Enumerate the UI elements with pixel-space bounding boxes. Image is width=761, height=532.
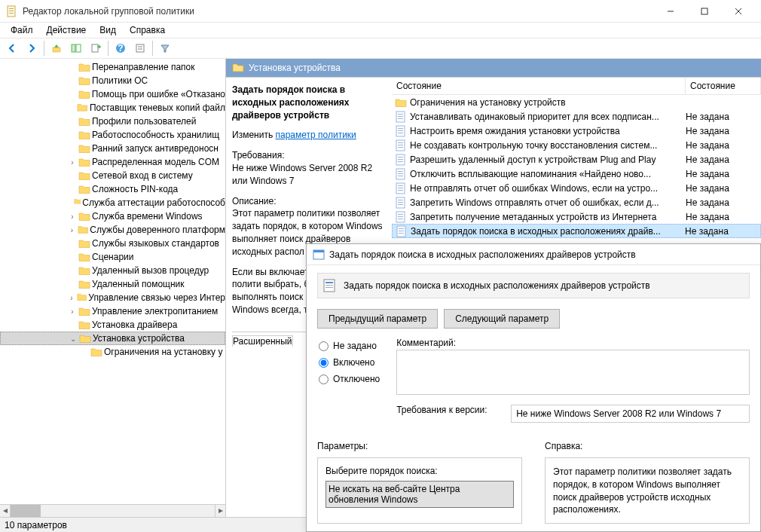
tree-item[interactable]: Ограничения на установку у xyxy=(0,345,225,359)
radio-enabled[interactable]: Включено xyxy=(319,357,380,368)
tree-item[interactable]: ›Управление связью через Интер xyxy=(0,291,225,304)
help-label: Справка: xyxy=(545,441,750,451)
help-button[interactable]: ? xyxy=(112,40,130,57)
next-setting-button[interactable]: Следующий параметр xyxy=(444,309,560,329)
tab-extended[interactable]: Расширенный xyxy=(232,335,293,347)
list-row[interactable]: Разрешить удаленный доступ к устройствам… xyxy=(392,152,761,167)
list-row[interactable]: Запретить Windows отправлять отчет об ош… xyxy=(392,195,761,209)
tree-item[interactable]: ›Службы доверенного платформ xyxy=(0,223,225,237)
tree-item[interactable]: Удаленный помощник xyxy=(0,277,225,291)
svg-rect-52 xyxy=(399,233,404,234)
list-row[interactable]: Настроить время ожидания установки устро… xyxy=(392,124,761,138)
policy-icon xyxy=(395,182,407,194)
tree-item[interactable]: Поставщик теневых копий файл xyxy=(0,101,225,115)
tree-item-label: Служба аттестации работоспособ xyxy=(82,197,225,208)
svg-rect-11 xyxy=(92,44,98,52)
expand-icon[interactable]: ⌄ xyxy=(67,335,79,343)
tree-item[interactable]: ›Распределенная модель COM xyxy=(0,155,225,169)
column-name[interactable]: Состояние xyxy=(392,78,686,94)
expand-icon[interactable]: › xyxy=(66,158,78,167)
forward-button[interactable] xyxy=(23,40,41,57)
folder-icon xyxy=(232,62,244,74)
tree-item[interactable]: Профили пользователей xyxy=(0,115,225,128)
policy-icon xyxy=(395,168,407,180)
search-order-select[interactable]: Не искать на веб-сайте Центра обновления… xyxy=(325,481,514,508)
properties-button[interactable] xyxy=(131,40,149,57)
svg-rect-40 xyxy=(398,190,403,191)
tree-item-label: Установка устройства xyxy=(93,333,185,344)
list-row[interactable]: Задать порядок поиска в исходных располо… xyxy=(392,224,761,238)
show-hide-tree-button[interactable] xyxy=(67,40,85,57)
list-row[interactable]: Отключить всплывающие напоминания «Найде… xyxy=(392,167,761,181)
tree-item-label: Ранний запуск антивредоносн xyxy=(92,143,219,154)
description-label: Описание: xyxy=(232,195,386,208)
tree-item[interactable]: Сложность PIN-кода xyxy=(0,182,225,196)
svg-rect-5 xyxy=(701,8,708,14)
minimize-button[interactable] xyxy=(653,0,687,23)
list-row-label: Ограничения на установку устройств xyxy=(410,97,686,108)
menu-action[interactable]: Действие xyxy=(41,23,93,37)
tree-item-label: Службы доверенного платформ xyxy=(90,225,225,235)
tree-item[interactable]: Удаленный вызов процедур xyxy=(0,264,225,277)
filter-button[interactable] xyxy=(156,40,174,57)
menu-help[interactable]: Справка xyxy=(124,23,171,37)
toolbar: ? xyxy=(0,38,761,59)
tree-item[interactable]: Сценарии xyxy=(0,250,225,264)
svg-rect-56 xyxy=(325,282,333,283)
folder-icon xyxy=(78,210,90,222)
list-row-label: Задать порядок поиска в исходных располо… xyxy=(411,226,685,237)
export-list-button[interactable] xyxy=(87,40,105,57)
help-paragraph: Этот параметр политики позволяет задать … xyxy=(553,466,741,516)
dialog-titlebar: Задать порядок поиска в исходных располо… xyxy=(307,244,760,265)
folder-icon xyxy=(78,61,90,73)
tree-item-label: Поставщик теневых копий файл xyxy=(90,102,225,113)
list-row[interactable]: Не отправлять отчет об ошибках Windows, … xyxy=(392,181,761,195)
close-button[interactable] xyxy=(721,0,755,23)
svg-rect-39 xyxy=(398,188,403,188)
tree-item[interactable]: Помощь при ошибке «Отказано xyxy=(0,87,225,101)
tree-item[interactable]: Установка драйвера xyxy=(0,318,225,332)
list-row-label: Отключить всплывающие напоминания «Найде… xyxy=(410,169,686,179)
tree-item[interactable]: ›Служба времени Windows xyxy=(0,209,225,223)
tree-item[interactable]: Служба аттестации работоспособ xyxy=(0,196,225,209)
svg-rect-51 xyxy=(399,231,404,231)
tree-item-label: Удаленный помощник xyxy=(92,279,185,289)
svg-rect-9 xyxy=(72,44,75,52)
menu-file[interactable]: Файл xyxy=(5,23,39,37)
maximize-button[interactable] xyxy=(687,0,721,23)
expand-icon[interactable]: › xyxy=(66,307,78,316)
column-state[interactable]: Состояние xyxy=(686,78,761,94)
tree-view[interactable]: Перенаправление папокПолитики ОСПомощь п… xyxy=(0,59,225,517)
list-row-state: Не задана xyxy=(686,154,761,165)
tree-item[interactable]: ›Управление электропитанием xyxy=(0,304,225,318)
radio-disabled[interactable]: Отключено xyxy=(319,374,380,384)
tree-item[interactable]: Перенаправление папок xyxy=(0,60,225,74)
radio-not-configured[interactable]: Не задано xyxy=(319,341,380,351)
comment-textarea[interactable] xyxy=(396,350,750,395)
tree-item[interactable]: ⌄Установка устройства xyxy=(0,332,225,345)
list-row[interactable]: Не создавать контрольную точку восстанов… xyxy=(392,138,761,152)
menu-view[interactable]: Вид xyxy=(93,23,122,37)
tree-item[interactable]: Службы языковых стандартов xyxy=(0,237,225,250)
expand-icon[interactable]: › xyxy=(66,294,77,302)
horizontal-scrollbar[interactable]: ◂ ▸ xyxy=(0,504,225,517)
policy-icon xyxy=(396,225,408,237)
up-button[interactable] xyxy=(47,40,66,57)
tree-item[interactable]: Политики ОС xyxy=(0,74,225,87)
svg-rect-42 xyxy=(398,200,403,200)
previous-setting-button[interactable]: Предыдущий параметр xyxy=(317,309,438,329)
folder-icon xyxy=(77,292,87,304)
tree-item[interactable]: Сетевой вход в систему xyxy=(0,169,225,182)
tree-item[interactable]: Ранний запуск антивредоносн xyxy=(0,142,225,155)
svg-rect-34 xyxy=(398,171,403,172)
list-row[interactable]: Запретить получение метаданных устройств… xyxy=(392,209,761,224)
list-row[interactable]: Ограничения на установку устройств xyxy=(392,95,761,109)
tree-item[interactable]: Работоспособность хранилищ xyxy=(0,128,225,142)
edit-policy-link[interactable]: параметр политики xyxy=(275,130,356,140)
list-row[interactable]: Устанавливать одинаковый приоритет для в… xyxy=(392,109,761,124)
expand-icon[interactable]: › xyxy=(66,212,78,221)
svg-rect-50 xyxy=(399,228,404,229)
list-row-label: Разрешить удаленный доступ к устройствам… xyxy=(410,154,686,165)
back-button[interactable] xyxy=(3,40,21,57)
expand-icon[interactable]: › xyxy=(66,226,78,234)
